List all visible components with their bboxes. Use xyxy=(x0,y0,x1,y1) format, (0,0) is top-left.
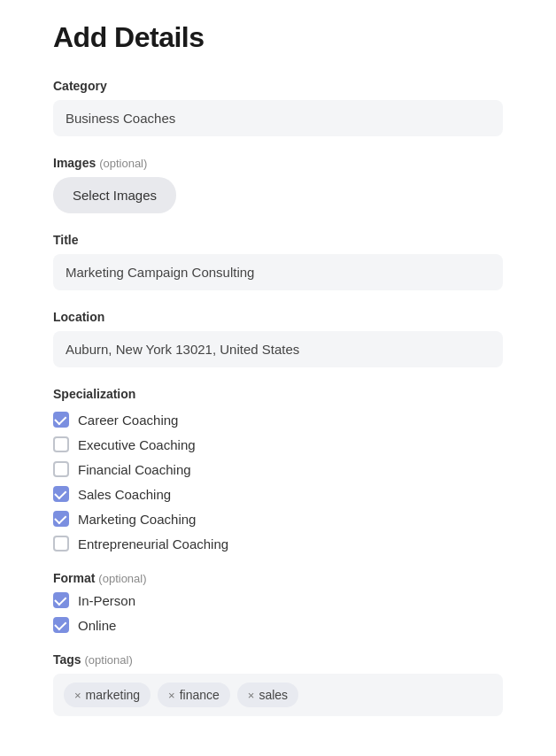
tags-container[interactable]: × marketing × finance × sales xyxy=(53,674,503,716)
tag-text-finance: finance xyxy=(180,688,220,702)
format-label-in-person: In-Person xyxy=(78,593,135,608)
checkbox-sales[interactable] xyxy=(53,486,69,502)
checkbox-label-sales: Sales Coaching xyxy=(78,487,171,502)
tag-text-sales: sales xyxy=(259,688,288,702)
format-label: Format (optional) xyxy=(53,571,503,585)
tag-remove-finance[interactable]: × xyxy=(168,689,175,702)
format-checkbox-online[interactable] xyxy=(53,617,69,633)
checkbox-label-entrepreneurial: Entrepreneurial Coaching xyxy=(78,536,228,552)
checkbox-item-sales[interactable]: Sales Coaching xyxy=(53,486,503,502)
checkbox-item-marketing[interactable]: Marketing Coaching xyxy=(53,511,503,527)
title-field: Title Marketing Campaign Consulting xyxy=(53,233,503,290)
format-label-online: Online xyxy=(78,618,116,633)
title-label: Title xyxy=(53,233,503,247)
select-images-button[interactable]: Select Images xyxy=(53,177,176,213)
images-field: Images (optional) Select Images xyxy=(53,156,503,213)
page-title: Add Details xyxy=(53,21,503,54)
tag-text-marketing: marketing xyxy=(86,688,140,702)
checkbox-item-executive[interactable]: Executive Coaching xyxy=(53,436,503,452)
checkbox-label-executive: Executive Coaching xyxy=(78,437,196,452)
checkbox-item-entrepreneurial[interactable]: Entrepreneurial Coaching xyxy=(53,536,503,552)
tag-remove-marketing[interactable]: × xyxy=(74,689,81,702)
location-label: Location xyxy=(53,310,503,324)
location-field: Location Auburn, New York 13021, United … xyxy=(53,310,503,367)
specialization-label: Specialization xyxy=(53,387,503,401)
category-label: Category xyxy=(53,79,503,93)
format-checkbox-in-person[interactable] xyxy=(53,592,69,608)
checkbox-item-financial[interactable]: Financial Coaching xyxy=(53,461,503,477)
tags-label: Tags (optional) xyxy=(53,652,503,667)
checkbox-label-career: Career Coaching xyxy=(78,413,178,428)
category-input[interactable]: Business Coaches xyxy=(53,100,503,136)
title-input[interactable]: Marketing Campaign Consulting xyxy=(53,254,503,290)
category-field: Category Business Coaches xyxy=(53,79,503,136)
tags-field: Tags (optional) × marketing × finance × … xyxy=(53,652,503,716)
tag-marketing: × marketing xyxy=(64,683,151,707)
checkbox-career[interactable] xyxy=(53,412,69,428)
format-item-in-person[interactable]: In-Person xyxy=(53,592,503,608)
checkbox-entrepreneurial[interactable] xyxy=(53,536,69,552)
specialization-field: Specialization Career Coaching Executive… xyxy=(53,387,503,552)
checkbox-item-career[interactable]: Career Coaching xyxy=(53,412,503,428)
images-label: Images (optional) xyxy=(53,156,503,170)
checkbox-executive[interactable] xyxy=(53,436,69,452)
checkbox-financial[interactable] xyxy=(53,461,69,477)
location-input[interactable]: Auburn, New York 13021, United States xyxy=(53,331,503,367)
tag-sales: × sales xyxy=(237,683,298,707)
specialization-list: Career Coaching Executive Coaching Finan… xyxy=(53,412,503,552)
format-field: Format (optional) In-Person Online xyxy=(53,571,503,633)
checkbox-label-financial: Financial Coaching xyxy=(78,462,191,477)
tag-finance: × finance xyxy=(158,683,230,707)
tag-remove-sales[interactable]: × xyxy=(248,689,255,702)
format-list: In-Person Online xyxy=(53,592,503,633)
checkbox-label-marketing: Marketing Coaching xyxy=(78,512,196,527)
checkbox-marketing[interactable] xyxy=(53,511,69,527)
format-item-online[interactable]: Online xyxy=(53,617,503,633)
